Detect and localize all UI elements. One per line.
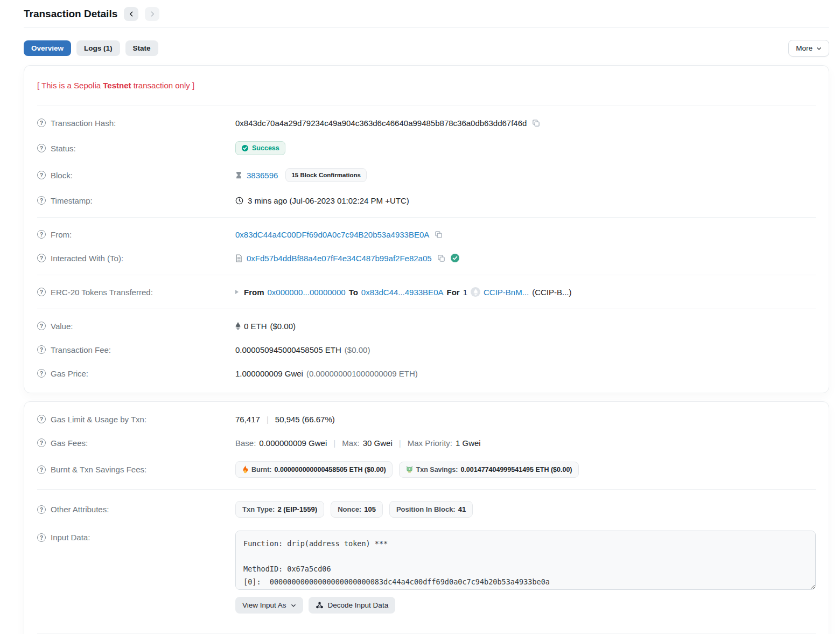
other-attributes-label-group: ? Other Attributes: bbox=[37, 505, 235, 514]
copy-from-address-button[interactable] bbox=[433, 229, 444, 240]
tab-overview[interactable]: Overview bbox=[24, 40, 71, 56]
chevron-down-icon bbox=[816, 46, 822, 51]
value-label: Value: bbox=[51, 322, 73, 331]
timestamp-label-group: ? Timestamp: bbox=[37, 196, 235, 205]
clock-icon bbox=[235, 197, 243, 205]
question-circle-icon[interactable]: ? bbox=[37, 230, 46, 239]
page-title: Transaction Details bbox=[24, 8, 117, 20]
view-input-as-button[interactable]: View Input As bbox=[235, 597, 303, 614]
transaction-hash-value: 0x843dc70a4a29d79234c49a904c363d6c46640a… bbox=[235, 119, 527, 128]
check-circle-icon bbox=[241, 144, 249, 152]
from-address-link[interactable]: 0x83dC44a4C00DFf69d0A0c7c94B20b53a4933BE… bbox=[235, 230, 429, 239]
erc20-from-label: From bbox=[244, 288, 264, 297]
prev-transaction-button[interactable] bbox=[124, 7, 138, 21]
tabs-row: Overview Logs (1) State More bbox=[24, 40, 829, 57]
view-input-as-label: View Input As bbox=[242, 601, 286, 609]
input-data-label-group: ? Input Data: bbox=[37, 531, 235, 542]
question-circle-icon[interactable]: ? bbox=[37, 119, 46, 127]
more-dropdown-button[interactable]: More bbox=[788, 40, 829, 57]
header-divider bbox=[24, 27, 829, 28]
testnet-warning-suffix: transaction only ] bbox=[131, 81, 195, 90]
section-divider bbox=[37, 275, 816, 275]
contract-file-icon bbox=[235, 254, 242, 262]
question-circle-icon[interactable]: ? bbox=[37, 171, 46, 179]
section-divider bbox=[37, 633, 816, 633]
from-row: ? From: 0x83dC44a4C00DFf69d0A0c7c94B20b5… bbox=[24, 222, 829, 246]
testnet-warning-prefix: [ This is a Sepolia bbox=[37, 81, 103, 90]
status-row: ? Status: Success bbox=[24, 135, 829, 162]
block-number-link[interactable]: 3836596 bbox=[247, 171, 278, 180]
transaction-hash-label-group: ? Transaction Hash: bbox=[37, 119, 235, 128]
nonce-value: 105 bbox=[364, 505, 376, 513]
nonce-badge: Nonce: 105 bbox=[331, 501, 383, 518]
question-circle-icon[interactable]: ? bbox=[37, 533, 46, 542]
transaction-fee-usd: ($0.00) bbox=[345, 345, 370, 354]
decode-input-data-label: Decode Input Data bbox=[328, 601, 389, 609]
interacted-with-address-link[interactable]: 0xFd57b4ddBf88a4e07fF4e34C487b99af2Fe82a… bbox=[247, 254, 432, 263]
more-button-label: More bbox=[796, 44, 813, 52]
txn-type-label: Txn Type: bbox=[242, 505, 275, 513]
gas-limit-label: Gas Limit & Usage by Txn: bbox=[51, 415, 146, 424]
gas-price-label: Gas Price: bbox=[51, 369, 88, 378]
timestamp-value: 3 mins ago (Jul-06-2023 01:02:24 PM +UTC… bbox=[248, 196, 409, 205]
status-label-group: ? Status: bbox=[37, 144, 235, 153]
question-circle-icon[interactable]: ? bbox=[37, 415, 46, 423]
max-fee-value: 30 Gwei bbox=[363, 438, 393, 448]
base-fee-label: Base: bbox=[235, 438, 256, 448]
input-data-textarea[interactable]: Function: drip(address token) *** Method… bbox=[235, 531, 816, 590]
question-circle-icon[interactable]: ? bbox=[37, 196, 46, 205]
question-circle-icon[interactable]: ? bbox=[37, 322, 46, 330]
erc20-label: ERC-20 Tokens Transferred: bbox=[51, 288, 153, 297]
question-circle-icon[interactable]: ? bbox=[37, 505, 46, 514]
base-fee-value: 0.000000009 Gwei bbox=[259, 438, 327, 448]
value-row: ? Value: 0 ETH ($0.00) bbox=[24, 314, 829, 338]
erc20-amount: 1 bbox=[463, 288, 467, 297]
decode-input-data-button[interactable]: Decode Input Data bbox=[309, 597, 396, 614]
question-circle-icon[interactable]: ? bbox=[37, 345, 46, 354]
interacted-with-row: ? Interacted With (To): 0xFd57b4ddBf88a4… bbox=[24, 246, 829, 270]
question-circle-icon[interactable]: ? bbox=[37, 465, 46, 474]
tab-state[interactable]: State bbox=[125, 40, 158, 56]
token-symbol: (CCIP-B...) bbox=[532, 288, 571, 297]
erc20-to-address-link[interactable]: 0x83dC44...4933BE0A bbox=[361, 288, 444, 297]
max-priority-fee-label: Max Priority: bbox=[408, 438, 452, 448]
fire-icon bbox=[242, 465, 249, 473]
copy-icon bbox=[532, 119, 540, 127]
gas-used-value: 50,945 (66.67%) bbox=[275, 415, 335, 424]
max-priority-fee-value: 1 Gwei bbox=[456, 438, 481, 448]
copy-to-address-button[interactable] bbox=[436, 253, 446, 263]
copy-hash-button[interactable] bbox=[531, 118, 541, 128]
gas-limit-value: 76,417 bbox=[235, 415, 260, 424]
erc20-from-address-link[interactable]: 0x000000...00000000 bbox=[268, 288, 346, 297]
token-name-link[interactable]: CCIP-BnM... bbox=[484, 288, 529, 297]
status-value: Success bbox=[252, 144, 279, 152]
position-in-block-value: 41 bbox=[458, 505, 466, 513]
verified-contract-icon bbox=[451, 254, 459, 262]
erc20-to-label: To bbox=[349, 288, 358, 297]
chevron-down-icon bbox=[291, 603, 296, 608]
testnet-warning-bold: Testnet bbox=[103, 81, 131, 90]
question-circle-icon[interactable]: ? bbox=[37, 438, 46, 447]
txn-savings-badge: Txn Savings: 0.001477404999541495 ETH ($… bbox=[399, 462, 579, 478]
burnt-savings-row: ? Burnt & Txn Savings Fees: Burnt: 0.000… bbox=[24, 455, 829, 484]
next-transaction-button[interactable] bbox=[145, 7, 159, 21]
burnt-fee-badge: Burnt: 0.000000000000458505 ETH ($0.00) bbox=[235, 461, 393, 478]
chevron-left-icon bbox=[128, 11, 135, 17]
decode-nodes-icon bbox=[316, 601, 324, 609]
question-circle-icon[interactable]: ? bbox=[37, 254, 46, 262]
tab-logs[interactable]: Logs (1) bbox=[76, 40, 120, 56]
erc20-for-label: For bbox=[446, 288, 459, 297]
pipe-separator: | bbox=[260, 415, 275, 424]
testnet-warning: [ This is a Sepolia Testnet transaction … bbox=[24, 71, 829, 101]
caret-right-icon bbox=[235, 290, 239, 294]
eth-diamond-icon bbox=[235, 322, 241, 330]
from-label: From: bbox=[51, 230, 72, 239]
gas-price-amount: 1.000000009 Gwei bbox=[235, 369, 303, 378]
gas-fees-row: ? Gas Fees: Base: 0.000000009 Gwei | Max… bbox=[24, 431, 829, 455]
page: Transaction Details Overview Logs (1) St… bbox=[0, 0, 840, 634]
gas-fees-label: Gas Fees: bbox=[51, 438, 88, 448]
input-data-actions: View Input As Decode Input Data bbox=[235, 597, 816, 614]
question-circle-icon[interactable]: ? bbox=[37, 144, 46, 152]
question-circle-icon[interactable]: ? bbox=[37, 369, 46, 378]
question-circle-icon[interactable]: ? bbox=[37, 288, 46, 296]
